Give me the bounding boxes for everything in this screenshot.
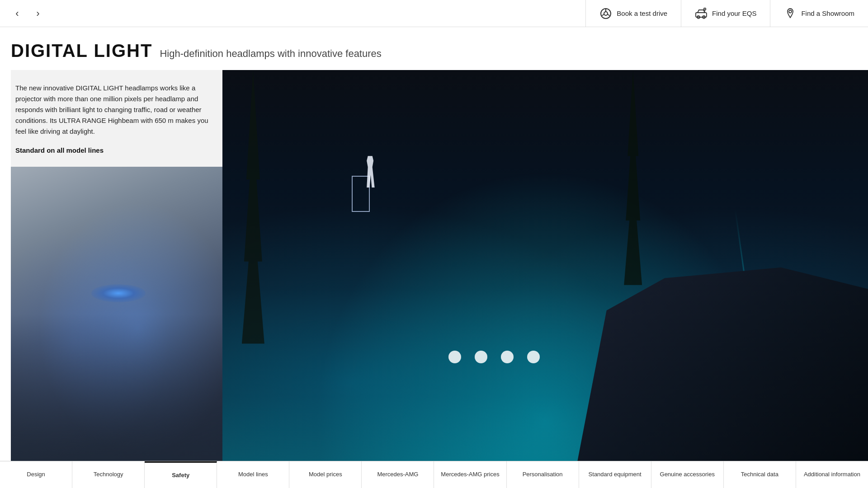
- description-box: The new innovative DIGITAL LIGHT headlam…: [11, 70, 222, 167]
- tree-right: [624, 70, 642, 285]
- body-section: The new innovative DIGITAL LIGHT headlam…: [11, 70, 868, 461]
- bottom-nav-item-model-prices[interactable]: Model prices: [289, 461, 362, 488]
- svg-line-4: [608, 14, 610, 15]
- prev-arrow[interactable]: ‹: [9, 5, 25, 22]
- showroom-pin-icon: [784, 7, 797, 20]
- find-showroom-label: Find a Showroom: [801, 9, 854, 17]
- page-title-row: DIGITAL LIGHT High-definition headlamps …: [11, 41, 868, 61]
- steering-wheel-icon: [599, 7, 612, 20]
- bottom-nav-item-additional-information[interactable]: Additional information: [796, 461, 868, 488]
- nav-arrows: ‹ ›: [0, 5, 55, 22]
- svg-point-1: [604, 12, 608, 15]
- bottom-nav-item-genuine-accessories[interactable]: Genuine accessories: [651, 461, 724, 488]
- road-dot-1: [448, 351, 461, 363]
- bottom-nav-item-personalisation[interactable]: Personalisation: [507, 461, 579, 488]
- page-title-sub: High-definition headlamps with innovativ…: [160, 48, 381, 60]
- right-image-inner: [222, 70, 868, 461]
- car-location-icon: [695, 7, 708, 20]
- pedestrian-detection-box: [352, 176, 370, 212]
- next-arrow[interactable]: ›: [30, 5, 46, 22]
- find-showroom-link[interactable]: Find a Showroom: [770, 0, 868, 27]
- nav-right-actions: Book a test drive Find your EQS: [585, 0, 868, 27]
- bottom-nav-item-technical-data[interactable]: Technical data: [724, 461, 796, 488]
- top-navigation: ‹ › Book a test drive: [0, 0, 868, 27]
- car-thumbnail-image: [11, 167, 222, 461]
- road-dot-3: [501, 351, 514, 363]
- bottom-nav-item-mercedes-amg-prices[interactable]: Mercedes-AMG prices: [434, 461, 506, 488]
- road-dot-4: [527, 351, 540, 363]
- description-text: The new innovative DIGITAL LIGHT headlam…: [15, 83, 210, 137]
- car-thumbnail-inner: [11, 167, 222, 461]
- bottom-nav-item-standard-equipment[interactable]: Standard equipment: [579, 461, 651, 488]
- find-eqs-label: Find your EQS: [712, 9, 756, 17]
- find-eqs-link[interactable]: Find your EQS: [681, 0, 770, 27]
- page-title-main: DIGITAL LIGHT: [11, 41, 152, 61]
- book-test-drive-label: Book a test drive: [617, 9, 667, 17]
- bottom-navigation: DesignTechnologySafetyModel linesModel p…: [0, 461, 868, 488]
- road-dots: [448, 351, 540, 363]
- book-test-drive-link[interactable]: Book a test drive: [585, 0, 681, 27]
- bottom-nav-item-mercedes-amg[interactable]: Mercedes-AMG: [362, 461, 434, 488]
- bottom-nav-item-design[interactable]: Design: [0, 461, 72, 488]
- left-panel: The new innovative DIGITAL LIGHT headlam…: [11, 70, 222, 461]
- svg-point-9: [704, 9, 705, 9]
- road-dot-2: [475, 351, 487, 363]
- svg-point-10: [789, 10, 792, 13]
- digital-light-demo-image: [222, 70, 868, 461]
- standard-label: Standard on all model lines: [15, 145, 210, 156]
- bottom-nav-item-technology[interactable]: Technology: [72, 461, 145, 488]
- bottom-nav-item-safety[interactable]: Safety: [145, 461, 217, 488]
- bottom-nav-item-model-lines[interactable]: Model lines: [217, 461, 289, 488]
- svg-line-3: [602, 14, 604, 15]
- main-content: DIGITAL LIGHT High-definition headlamps …: [0, 27, 868, 461]
